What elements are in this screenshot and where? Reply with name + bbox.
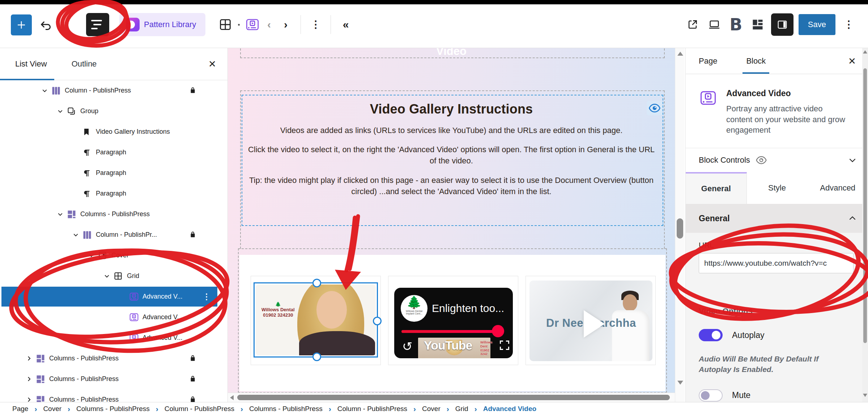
- view-site-button[interactable]: [684, 15, 701, 34]
- scroll-down-arrow[interactable]: [677, 381, 683, 385]
- general-accordion-header[interactable]: General: [686, 204, 868, 233]
- list-view-row-paragraph[interactable]: Paragraph: [0, 163, 227, 183]
- instructions-heading[interactable]: Video Gallery Instructions: [228, 102, 675, 117]
- canvas-vertical-scrollbar[interactable]: [675, 48, 685, 402]
- list-view-row-advanced-v[interactable]: Advanced V...: [0, 328, 227, 348]
- breadcrumb-item-page[interactable]: Page: [12, 405, 28, 413]
- breadcrumb-item-columns-publishpress[interactable]: Columns - PublishPress: [249, 405, 323, 413]
- breadcrumb-item-columns-publishpress[interactable]: Columns - PublishPress: [76, 405, 150, 413]
- tab-page[interactable]: Page: [695, 48, 721, 74]
- chevron-down-icon[interactable]: [56, 107, 67, 115]
- list-view-row-cover[interactable]: Cover: [0, 245, 227, 266]
- close-settings-button[interactable]: ✕: [846, 55, 859, 68]
- tab-list-view[interactable]: List View: [10, 59, 52, 69]
- canvas-horizontal-scrollbar[interactable]: [228, 393, 675, 402]
- block-options-button[interactable]: ⋮: [307, 15, 324, 34]
- chevron-down-icon[interactable]: [103, 272, 113, 280]
- scroll-up-arrow[interactable]: [863, 50, 867, 54]
- paragraph-2[interactable]: Click the video to select it, on the rig…: [244, 144, 658, 166]
- tab-style[interactable]: Style: [747, 172, 808, 204]
- cover-block-outline: [240, 48, 665, 58]
- breadcrumb-item-cover[interactable]: Cover: [422, 405, 441, 413]
- tab-general[interactable]: General: [686, 172, 747, 204]
- settings-panel-toggle-button[interactable]: [771, 13, 793, 36]
- paragraph-1[interactable]: Videos are added as links (URLs to servi…: [244, 125, 658, 136]
- video-card-1[interactable]: 🌲 Willows Dental 01902 324230: [251, 276, 381, 365]
- tab-block[interactable]: Block: [743, 48, 769, 74]
- horizontal-scroll-thumb[interactable]: [237, 395, 670, 400]
- play-icon[interactable]: [584, 310, 605, 338]
- chevron-right-icon[interactable]: [25, 355, 35, 362]
- advanced-video-icon: [245, 17, 260, 32]
- inspector-scrollbar[interactable]: [862, 48, 868, 402]
- grid-block-parent-button[interactable]: [217, 15, 234, 34]
- list-view-row-advanced-v[interactable]: Advanced V...⋮: [0, 286, 227, 307]
- list-view-row-advanced-v[interactable]: Advanced V...: [0, 307, 227, 328]
- video-thumbnail-1[interactable]: 🌲 Willows Dental 01902 324230: [256, 284, 376, 355]
- block-inserter-button[interactable]: [11, 14, 32, 35]
- undo-button[interactable]: [38, 19, 54, 32]
- move-right-button[interactable]: ›: [277, 15, 294, 34]
- breadcrumb-item-column-publishpress[interactable]: Column - PublishPress: [165, 405, 234, 413]
- paragraph-3[interactable]: Tip: the video might play if clicked on …: [244, 175, 658, 197]
- chevron-right-icon[interactable]: [25, 396, 35, 402]
- save-button[interactable]: Save: [799, 14, 835, 35]
- vertical-scroll-thumb[interactable]: [677, 218, 683, 239]
- block-selection-frame: 🌲 Willows Dental 01902 324230: [254, 282, 378, 358]
- advanced-video-block-button[interactable]: [244, 15, 261, 34]
- list-view-row-column-publishpr[interactable]: Column - PublishPr...: [0, 224, 227, 245]
- youtube-player[interactable]: 🌲 Willows Dental Implant Cent... Enlight…: [394, 288, 513, 358]
- pattern-library-button[interactable]: Pattern Library: [119, 13, 205, 36]
- chevron-down-icon[interactable]: [56, 210, 67, 218]
- chevron-down-icon[interactable]: [72, 231, 82, 239]
- breadcrumb-item-grid[interactable]: Grid: [455, 405, 468, 413]
- replay-icon[interactable]: ↻: [402, 339, 413, 354]
- breadcrumb-item-column-publishpress[interactable]: Column - PublishPress: [337, 405, 407, 413]
- autoplay-toggle[interactable]: [699, 329, 723, 341]
- tab-advanced[interactable]: Advanced: [807, 172, 868, 204]
- chevron-down-icon[interactable]: [88, 252, 98, 259]
- theme-builder-button[interactable]: B: [728, 15, 744, 34]
- move-left-button[interactable]: ‹: [261, 15, 277, 34]
- document-overview-button[interactable]: [86, 13, 109, 36]
- preview-device-button[interactable]: [706, 15, 723, 34]
- list-view-row-columns-publishpress[interactable]: Columns - PublishPress: [0, 204, 227, 224]
- collapse-toolbar-button[interactable]: «: [337, 15, 354, 34]
- video-card-3[interactable]: Dr Neel Barchha: [526, 276, 656, 365]
- progress-bar[interactable]: [401, 330, 496, 333]
- url-input[interactable]: [699, 253, 854, 273]
- close-list-view-button[interactable]: ✕: [206, 57, 219, 70]
- template-parts-button[interactable]: [749, 15, 766, 34]
- list-view-row-video-gallery-instructions[interactable]: Video Gallery Instructions: [0, 121, 227, 142]
- tab-outline[interactable]: Outline: [67, 59, 102, 69]
- chevron-right-icon[interactable]: [25, 375, 35, 383]
- pattern-library-label: Pattern Library: [144, 20, 196, 29]
- row-options-kebab-icon[interactable]: ⋮: [203, 294, 210, 299]
- list-view-row-paragraph[interactable]: Paragraph: [0, 183, 227, 204]
- scroll-down-arrow[interactable]: [863, 394, 867, 397]
- fullscreen-icon[interactable]: [500, 341, 509, 350]
- list-view-row-columns-publishpress[interactable]: Columns - PublishPress: [0, 369, 227, 389]
- mute-toggle[interactable]: [699, 389, 723, 402]
- chevron-down-icon[interactable]: [41, 87, 51, 94]
- more-options-button[interactable]: ⋮: [841, 15, 857, 34]
- resize-handle-bottom[interactable]: [312, 352, 321, 361]
- resize-handle-right[interactable]: [373, 317, 382, 325]
- scroll-left-arrow[interactable]: [230, 395, 234, 400]
- list-view-row-grid[interactable]: Grid: [0, 266, 227, 286]
- list-view-row-column-publishpress[interactable]: Column - PublishPress: [0, 80, 227, 101]
- block-controls-row[interactable]: Block Controls: [686, 148, 868, 172]
- video-card-2[interactable]: 🌲 Willows Dental Implant Cent... Enlight…: [388, 276, 518, 365]
- list-view-row-paragraph[interactable]: Paragraph: [0, 142, 227, 163]
- editor-canvas[interactable]: Video Video Gallery Instructions Videos …: [228, 48, 675, 402]
- progress-scrubber[interactable]: [492, 325, 504, 337]
- breadcrumb-item-advanced-video[interactable]: Advanced Video: [483, 405, 536, 413]
- list-view-row-group[interactable]: Group: [0, 101, 227, 121]
- breadcrumb-item-cover[interactable]: Cover: [43, 405, 61, 413]
- list-view-row-columns-publishpress[interactable]: Columns - PublishPress: [0, 348, 227, 369]
- scroll-up-arrow[interactable]: [677, 52, 683, 56]
- resize-handle-top[interactable]: [312, 279, 321, 287]
- video-thumbnail-3[interactable]: Dr Neel Barchha: [529, 281, 652, 361]
- list-view-row-columns-publishpress[interactable]: Columns - PublishPress: [0, 389, 227, 402]
- inspector-scroll-thumb[interactable]: [863, 68, 867, 343]
